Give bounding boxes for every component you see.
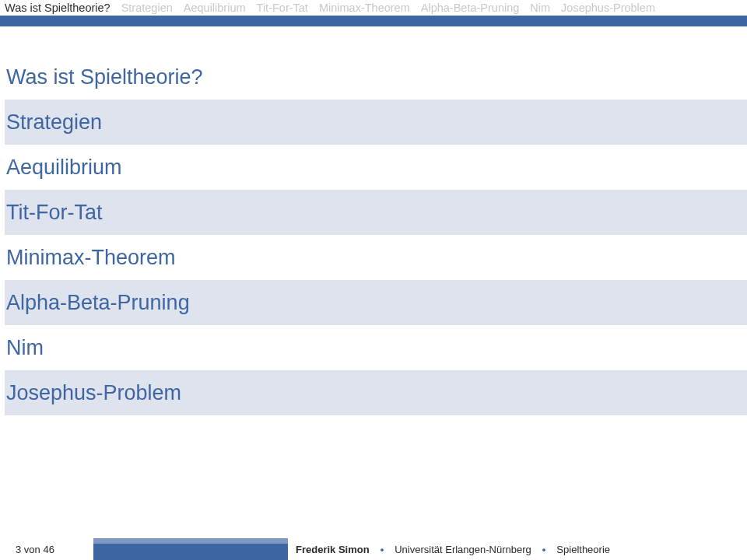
slide-body: Was ist Spieltheorie? Strategien Aequili…: [0, 26, 747, 538]
page-counter: 3 von 46: [0, 538, 93, 560]
slide: Was ist Spieltheorie? Strategien Aequili…: [0, 0, 747, 560]
toc-item[interactable]: Aequilibrium: [5, 145, 747, 190]
toc-item[interactable]: Strategien: [5, 100, 747, 145]
section-nav: Was ist Spieltheorie? Strategien Aequili…: [0, 0, 747, 16]
footer-institution: Universität Erlangen-Nürnberg: [395, 544, 531, 555]
toc-item-label: Josephus-Problem: [6, 381, 181, 405]
footer-author: Frederik Simon: [296, 544, 370, 555]
toc-item-label: Aequilibrium: [6, 156, 122, 180]
slide-footer: 3 von 46 Frederik Simon • Universität Er…: [0, 538, 747, 560]
toc-item-label: Minimax-Theorem: [6, 246, 176, 270]
table-of-contents: Was ist Spieltheorie? Strategien Aequili…: [5, 54, 747, 415]
nav-item-2[interactable]: Aequilibrium: [184, 2, 246, 14]
nav-item-1[interactable]: Strategien: [121, 2, 173, 14]
page-counter-text: 3 von 46: [16, 544, 54, 555]
toc-item-label: Alpha-Beta-Pruning: [6, 291, 190, 315]
header-accent-bar: [0, 16, 747, 26]
bullet-icon: •: [536, 544, 552, 555]
footer-title: Spieltheorie: [556, 544, 610, 555]
toc-item[interactable]: Alpha-Beta-Pruning: [5, 280, 747, 325]
nav-item-3[interactable]: Tit-For-Tat: [257, 2, 308, 14]
toc-item-label: Tit-For-Tat: [6, 201, 103, 225]
nav-item-6[interactable]: Nim: [530, 2, 550, 14]
toc-item[interactable]: Tit-For-Tat: [5, 190, 747, 235]
toc-item-label: Was ist Spieltheorie?: [6, 65, 203, 89]
toc-item[interactable]: Josephus-Problem: [5, 370, 747, 415]
toc-item-label: Nim: [6, 336, 44, 360]
nav-item-5[interactable]: Alpha-Beta-Pruning: [421, 2, 520, 14]
toc-item-label: Strategien: [6, 110, 102, 135]
nav-item-0[interactable]: Was ist Spieltheorie?: [5, 2, 110, 14]
toc-item[interactable]: Minimax-Theorem: [5, 235, 747, 280]
footer-accent-bar: [93, 538, 288, 560]
toc-item[interactable]: Was ist Spieltheorie?: [5, 54, 747, 100]
footer-attribution: Frederik Simon • Universität Erlangen-Nü…: [288, 538, 747, 560]
nav-item-4[interactable]: Minimax-Theorem: [319, 2, 410, 14]
bullet-icon: •: [374, 544, 391, 555]
toc-item[interactable]: Nim: [5, 325, 747, 370]
nav-item-7[interactable]: Josephus-Problem: [561, 2, 655, 14]
